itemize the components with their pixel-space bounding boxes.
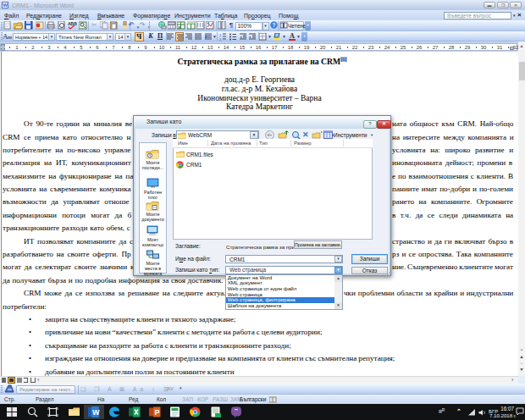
svg-text:A: A: [3, 32, 8, 41]
svg-text:W: W: [92, 408, 100, 417]
svg-text:P: P: [155, 408, 160, 417]
svg-text:?: ?: [272, 22, 275, 28]
svg-text:АБВ: АБВ: [68, 21, 77, 26]
svg-text:2: 2: [219, 37, 222, 41]
